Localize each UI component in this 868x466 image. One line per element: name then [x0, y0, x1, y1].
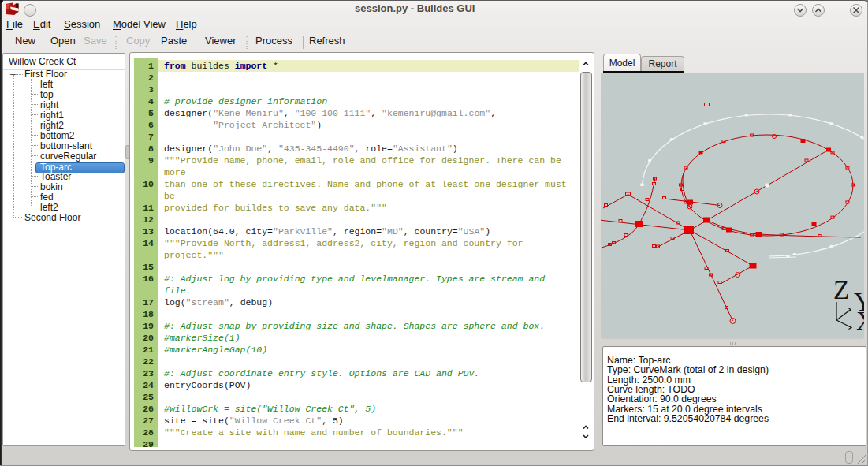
svg-text:Z: Z [833, 276, 849, 304]
svg-text:X: X [856, 307, 864, 335]
